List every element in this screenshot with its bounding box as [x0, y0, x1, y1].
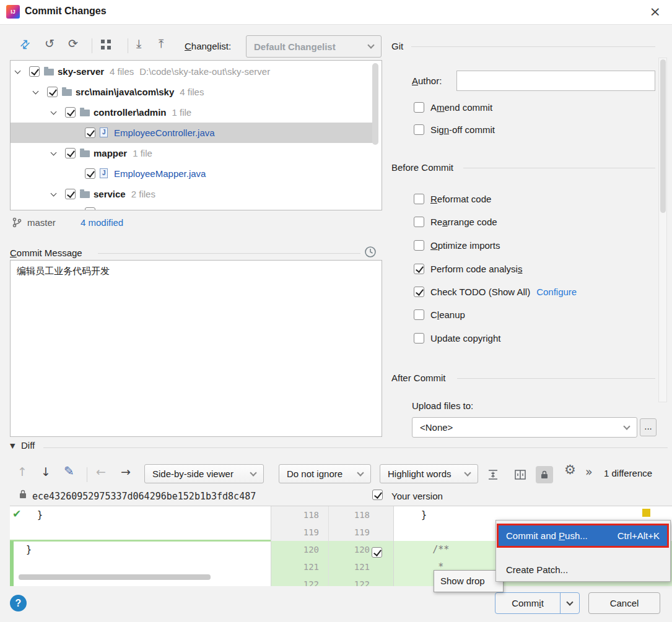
- changelist-select[interactable]: Default Changelist: [246, 35, 382, 58]
- help-button[interactable]: ?: [10, 595, 27, 611]
- change-applied-check-icon[interactable]: ✔: [12, 508, 21, 520]
- edit-source-icon[interactable]: ✎: [64, 465, 74, 477]
- upload-target-select[interactable]: <None>: [412, 417, 637, 438]
- line-number: 122: [271, 576, 328, 586]
- commit-message-input[interactable]: 编辑员工业务代码开发: [10, 260, 382, 437]
- checkbox[interactable]: [414, 124, 424, 135]
- tree-row-service[interactable]: service 2 files: [11, 184, 382, 204]
- line-number: 120: [271, 541, 328, 558]
- checkbox[interactable]: [414, 240, 424, 251]
- checkbox[interactable]: [47, 87, 58, 97]
- author-input[interactable]: [456, 71, 655, 91]
- checkbox[interactable]: [65, 189, 76, 199]
- more-actions-icon[interactable]: »: [585, 466, 593, 478]
- checkbox[interactable]: [65, 107, 76, 118]
- tree-item-label: service: [94, 189, 126, 199]
- signoff-commit-label: Sign-off commit: [430, 124, 495, 135]
- include-change-checkbox[interactable]: [372, 547, 382, 558]
- ignore-mode-select[interactable]: Do not ignore: [279, 464, 371, 483]
- update-copyright-option[interactable]: Update copyright: [414, 332, 500, 344]
- module-path: D:\code\sky-take-out\sky-server: [139, 66, 270, 77]
- next-difference-icon[interactable]: ↓: [41, 466, 51, 478]
- checkbox[interactable]: [414, 309, 424, 320]
- lock-scroll-button[interactable]: [536, 466, 553, 483]
- checkbox[interactable]: [414, 264, 424, 274]
- chevron-down-icon[interactable]: [51, 191, 57, 197]
- right-panel-scrollbar-thumb[interactable]: [660, 59, 666, 213]
- back-icon[interactable]: ←: [96, 466, 106, 478]
- code-line: }: [10, 541, 271, 558]
- checkbox[interactable]: [414, 102, 424, 113]
- checkbox[interactable]: [85, 168, 95, 179]
- checkbox[interactable]: [414, 194, 424, 204]
- configure-link[interactable]: Configure: [536, 287, 577, 297]
- tree-row-src[interactable]: src\main\java\com\sky 4 files: [11, 82, 382, 102]
- checkbox[interactable]: [29, 66, 40, 77]
- previous-difference-icon[interactable]: ↑: [17, 466, 27, 478]
- toolbar-divider: [87, 467, 87, 482]
- optimize-imports-option[interactable]: Optimize imports: [414, 239, 500, 251]
- collapse-all-icon[interactable]: ⤒: [159, 38, 164, 50]
- message-history-icon[interactable]: [364, 246, 377, 258]
- commit-button[interactable]: Commit: [495, 593, 560, 613]
- line-number: 119: [271, 524, 328, 541]
- checkbox[interactable]: [414, 217, 424, 227]
- sync-scroll-icon[interactable]: [514, 469, 526, 481]
- chevron-down-icon[interactable]: [51, 150, 57, 156]
- tree-row-controller-admin[interactable]: controller\admin 1 file: [11, 102, 382, 123]
- tree-row-employee-controller[interactable]: EmployeeController.java: [11, 123, 373, 143]
- collapse-unchanged-icon[interactable]: [487, 469, 499, 481]
- tree-item-label: EmployeeMapper.java: [114, 168, 206, 179]
- rollback-icon[interactable]: ↺: [45, 38, 55, 50]
- branch-name[interactable]: master: [27, 217, 56, 228]
- highlight-mode-select[interactable]: Highlight words: [380, 464, 478, 483]
- tree-item-label: controller\admin: [94, 107, 167, 118]
- tree-row-employee-mapper[interactable]: EmployeeMapper.java: [11, 163, 382, 184]
- checkbox[interactable]: [85, 207, 95, 210]
- group-by-icon[interactable]: [100, 39, 111, 50]
- menu-item-commit-and-push[interactable]: Commit and Push... Ctrl+Alt+K: [499, 525, 667, 546]
- checkbox[interactable]: [414, 333, 424, 343]
- tree-item-label: mapper: [94, 148, 127, 158]
- section-rule: [411, 46, 655, 47]
- your-version-checkbox[interactable]: [372, 490, 383, 500]
- close-button[interactable]: ×: [650, 4, 661, 19]
- diff-collapse-toggle[interactable]: ▼: [10, 442, 15, 450]
- reformat-code-option[interactable]: Reformat code: [414, 192, 491, 205]
- chevron-down-icon[interactable]: [51, 109, 57, 115]
- browse-upload-targets-button[interactable]: ...: [640, 418, 657, 436]
- viewer-mode-select[interactable]: Side-by-side viewer: [144, 464, 264, 483]
- diff-section-header: Diff: [21, 440, 35, 451]
- show-diff-icon[interactable]: ⇄: [17, 37, 33, 52]
- checkbox[interactable]: [65, 148, 76, 158]
- right-panel-scrollbar[interactable]: [658, 58, 667, 402]
- tree-row-partial[interactable]: [11, 204, 382, 210]
- perform-code-analysis-option[interactable]: Perform code analysis: [414, 262, 522, 275]
- expand-all-icon[interactable]: ⤓: [136, 38, 141, 50]
- cleanup-option[interactable]: Cleanup: [414, 308, 465, 321]
- chevron-down-icon[interactable]: [33, 89, 39, 95]
- tree-item-label: src\main\java\com\sky: [76, 87, 174, 97]
- section-rule: [463, 168, 655, 168]
- horizontal-scrollbar-thumb[interactable]: [19, 574, 211, 580]
- menu-item-create-patch[interactable]: Create Patch...: [497, 561, 668, 579]
- checkbox[interactable]: [85, 127, 95, 138]
- rearrange-code-option[interactable]: Rearrange code: [414, 215, 497, 228]
- line-number: 118: [329, 506, 393, 524]
- check-todo-option[interactable]: Check TODO (Show All) Configure: [414, 285, 577, 298]
- commit-dropdown-button[interactable]: [561, 593, 579, 613]
- checkbox[interactable]: [414, 287, 424, 297]
- toolbar-divider: [92, 38, 92, 53]
- file-count: 4 files: [110, 66, 134, 77]
- refresh-icon[interactable]: ⟳: [68, 38, 78, 50]
- tree-row-sky-server[interactable]: sky-server 4 files D:\code\sky-take-out\…: [11, 61, 382, 82]
- signoff-commit-option[interactable]: Sign-off commit: [414, 123, 495, 136]
- tree-row-mapper[interactable]: mapper 1 file: [11, 143, 382, 163]
- gear-icon[interactable]: ⚙: [564, 464, 576, 477]
- modified-files-link[interactable]: 4 modified: [81, 217, 123, 228]
- chevron-down-icon[interactable]: [15, 68, 21, 74]
- forward-icon[interactable]: →: [121, 466, 131, 478]
- amend-commit-option[interactable]: Amend commit: [414, 101, 492, 113]
- tree-scrollbar-thumb[interactable]: [372, 63, 378, 145]
- cancel-button[interactable]: Cancel: [588, 592, 660, 614]
